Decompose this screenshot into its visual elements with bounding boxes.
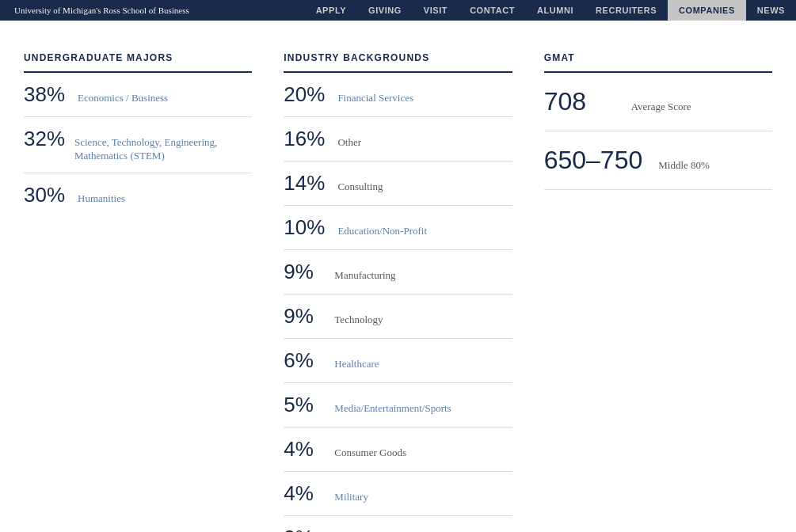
industry-row: 5% Media/Entertainment/Sports	[284, 383, 512, 428]
industry-pct: 9%	[284, 260, 322, 284]
industry-label: Technology	[334, 314, 383, 327]
gmat-number: 708	[544, 87, 615, 116]
undergrad-pct: 32%	[24, 127, 62, 151]
industry-row: 16% Other	[284, 117, 512, 162]
nav-link-giving[interactable]: GIVING	[357, 0, 413, 21]
industry-row: 4% Military	[284, 472, 512, 516]
nav-links: APPLYGIVINGVISITCONTACTALUMNIRECRUITERSC…	[305, 0, 796, 21]
industry-pct: 3%	[284, 526, 322, 532]
industry-row: 14% Consulting	[284, 162, 512, 206]
industry-label: Other	[337, 136, 361, 150]
undergrad-label: Science, Technology, Engineering, Mathem…	[74, 136, 252, 163]
industry-label: Consumer Goods	[334, 446, 406, 460]
gmat-desc: Middle 80%	[658, 159, 710, 172]
nav-link-contact[interactable]: CONTACT	[459, 0, 526, 21]
undergrad-label: Humanities	[78, 192, 125, 206]
industry-label: Military	[334, 491, 368, 504]
navigation: University of Michigan's Ross School of …	[0, 0, 796, 21]
gmat-row: 708 Average Score	[544, 73, 772, 131]
industry-pct: 14%	[284, 171, 325, 196]
main-content: UNDERGRADUATE MAJORS 38% Economics / Bus…	[0, 21, 796, 532]
gmat-desc: Average Score	[631, 101, 691, 113]
nav-link-companies[interactable]: COMPANIES	[668, 0, 746, 21]
nav-brand: University of Michigan's Ross School of …	[0, 0, 204, 21]
industry-pct: 10%	[284, 215, 325, 240]
undergrad-pct: 30%	[24, 183, 65, 207]
industry-row: 10% Education/Non-Profit	[284, 206, 512, 250]
undergrad-column: UNDERGRADUATE MAJORS 38% Economics / Bus…	[24, 52, 284, 532]
industry-label: Financial Services	[337, 92, 413, 105]
gmat-column: GMAT 708 Average Score 650–750 Middle 80…	[544, 52, 772, 532]
nav-link-visit[interactable]: VISIT	[413, 0, 459, 21]
industry-pct: 5%	[284, 393, 322, 417]
industry-label: Consulting	[337, 180, 383, 194]
columns: UNDERGRADUATE MAJORS 38% Economics / Bus…	[24, 52, 772, 532]
nav-link-apply[interactable]: APPLY	[305, 0, 357, 21]
industry-row: 9% Manufacturing	[284, 250, 512, 294]
gmat-header: GMAT	[544, 52, 772, 73]
industry-label: Education/Non-Profit	[337, 225, 427, 238]
industry-row: 9% Technology	[284, 294, 512, 339]
undergrad-label: Economics / Business	[78, 92, 168, 105]
industry-pct: 4%	[284, 481, 322, 506]
industry-pct: 4%	[284, 437, 322, 462]
undergrad-pct: 38%	[24, 82, 65, 107]
industry-pct: 9%	[284, 304, 322, 329]
industry-label: Media/Entertainment/Sports	[334, 402, 451, 416]
industry-row: 6% Healthcare	[284, 339, 512, 383]
industry-header: INDUSTRY BACKGROUNDS	[284, 52, 512, 73]
industry-pct: 6%	[284, 348, 322, 373]
industry-row: 20% Financial Services	[284, 73, 512, 117]
gmat-row: 650–750 Middle 80%	[544, 131, 772, 190]
industry-row: 3% Real Estate	[284, 516, 512, 532]
nav-link-alumni[interactable]: ALUMNI	[526, 0, 585, 21]
industry-pct: 16%	[284, 127, 325, 151]
undergrad-row: 32% Science, Technology, Engineering, Ma…	[24, 117, 252, 173]
nav-link-news[interactable]: NEWS	[746, 0, 796, 21]
gmat-number: 650–750	[544, 146, 643, 175]
undergrad-row: 30% Humanities	[24, 173, 252, 217]
industry-label: Manufacturing	[334, 269, 395, 283]
undergrad-row: 38% Economics / Business	[24, 73, 252, 117]
industry-pct: 20%	[284, 82, 325, 107]
nav-link-recruiters[interactable]: RECRUITERS	[585, 0, 668, 21]
industry-label: Healthcare	[334, 358, 379, 371]
industry-column: INDUSTRY BACKGROUNDS 20% Financial Servi…	[284, 52, 543, 532]
undergrad-header: UNDERGRADUATE MAJORS	[24, 52, 252, 73]
industry-row: 4% Consumer Goods	[284, 428, 512, 472]
